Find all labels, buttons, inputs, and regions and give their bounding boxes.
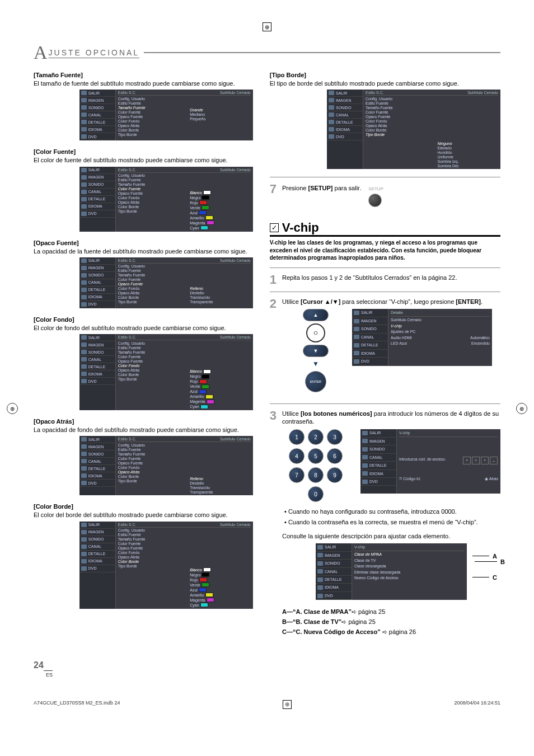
osd-sidebar: SALIRIMAGENSONIDOCANALDETALLEIDIOMADVD — [360, 429, 397, 494]
menu-icon — [317, 585, 323, 590]
osd-value: Translucido — [190, 486, 210, 490]
osd-row: Opaco Fuente — [118, 461, 179, 465]
osd-row: Opaco Fuente — [118, 282, 179, 287]
section-divider — [270, 403, 500, 404]
osd-sidebar-item: DVD — [79, 210, 115, 218]
color-swatch — [202, 374, 209, 379]
osd-value: Pequeño — [190, 117, 205, 121]
osd-main: Estilo S.C.Subtítulo CerradoConfig. Usua… — [116, 436, 253, 495]
osd-sidebar-item: DETALLE — [79, 465, 115, 472]
osd-sidebar: SALIRIMAGENSONIDOCANALDETALLEIDIOMADVD — [79, 522, 116, 609]
osd-header-left: Estilo S.C. — [118, 91, 137, 95]
osd-row: Tipo Borde — [366, 132, 427, 137]
callout-line — [472, 577, 489, 577]
reference-line: A—“A. Clase de MPAA”➪ página 25 — [282, 608, 500, 616]
osd-sidebar-label: DETALLE — [336, 120, 353, 124]
osd-sidebar-label: SONIDO — [325, 561, 340, 566]
osd-row: Tipo Borde — [118, 564, 179, 569]
osd-value: Relleno — [190, 287, 203, 290]
osd-sidebar-label: SALIR — [88, 438, 100, 442]
osd-label: Color Fuente — [118, 278, 140, 281]
osd-label: Estilo Fuente — [118, 533, 141, 537]
osd-sidebar-label: IDIOMA — [88, 295, 102, 299]
menu-icon — [362, 431, 368, 435]
osd-row: Tamaño Fuente — [118, 182, 179, 187]
osd-row: Opaco Atrás — [118, 123, 179, 128]
osd-row: Subtítulo Cerrado — [391, 317, 490, 323]
osd-row: Tamaño Fuente — [118, 350, 179, 354]
osd-row: Nuevo Código de Acceso — [354, 575, 465, 580]
menu-icon — [81, 212, 87, 216]
menu-icon — [81, 295, 87, 299]
osd-value: Destello — [190, 481, 204, 485]
color-swatch — [202, 572, 209, 577]
step-text: Utilice — [282, 410, 301, 417]
step-text: para seleccionar “V-chip”, luego presion… — [340, 298, 456, 305]
osd-sidebar-item: IDIOMA — [79, 558, 115, 565]
chevron-down-icon: ▼ — [312, 359, 319, 368]
osd-sidebar-label: DVD — [369, 479, 378, 484]
osd-sidebar-item: DVD — [79, 378, 115, 385]
osd-label: Tipo Borde — [366, 133, 385, 137]
page-number-value: 24 — [34, 660, 44, 670]
osd-label: Config. Usuario — [118, 264, 145, 268]
osd-row: Tipo Borde — [118, 300, 179, 304]
osd-label: Estilo Fuente — [366, 101, 388, 105]
osd-row: Color Fuente — [118, 278, 179, 282]
osd-row: Color Fuente — [366, 110, 427, 114]
osd-value: Amarillo — [190, 593, 204, 597]
menu-icon — [81, 452, 87, 456]
osd-value-row: Azul — [190, 389, 251, 394]
callout-line — [472, 556, 489, 556]
osd-row: Opaco Fuente — [366, 114, 427, 119]
osd-sidebar-label: CANAL — [88, 358, 101, 361]
osd-sidebar-label: DVD — [88, 379, 97, 383]
menu-icon — [354, 359, 359, 364]
osd-label: Tipo Borde — [118, 300, 137, 304]
section-title: [Color Borde] — [34, 503, 253, 510]
osd-label: Color Fuente — [118, 542, 140, 546]
osd-sidebar-item: CANAL — [360, 454, 396, 462]
menu-icon — [317, 553, 323, 557]
osd-prompt-row: Introduzca cód. de acceso.***– — [399, 457, 498, 465]
osd-value-row: Rojo — [190, 200, 251, 205]
osd-sidebar-item: SALIR — [79, 167, 115, 174]
section-desc: El tamaño de fuente del subtítulo mostra… — [34, 79, 253, 87]
osd-main: Estilo S.C.Subtítulo CerradoConfig. Usua… — [116, 522, 253, 609]
osd-label: Color Borde — [118, 560, 139, 564]
osd-value: Rojo — [190, 578, 198, 582]
ref-prefix: A— — [282, 608, 293, 615]
osd-sidebar: SALIRIMAGENSONIDOCANALDETALLEIDIOMADVD — [79, 334, 116, 410]
osd-row: Estilo Fuente — [118, 447, 179, 452]
osd-sidebar-item: DVD — [79, 565, 115, 572]
osd-footer-row: ⠿ Código Id.◉ Atrás — [399, 476, 498, 482]
ref-prefix: B— — [282, 618, 293, 625]
osd-sidebar: SALIRIMAGENSONIDOCANALDETALLEIDIOMADVD — [79, 167, 116, 232]
osd-sidebar-label: SONIDO — [361, 326, 377, 331]
osd-sidebar-label: SALIR — [325, 544, 336, 550]
numpad-button-6: 6 — [327, 448, 343, 464]
osd-label: Tipo Borde — [118, 377, 137, 381]
ref-page: página 25 — [346, 618, 375, 625]
osd-row: Tamaño Fuente — [118, 273, 179, 278]
osd-sidebar-label: CANAL — [88, 190, 101, 194]
osd-sidebar-item: SONIDO — [327, 104, 363, 111]
osd-sidebar-item: SONIDO — [79, 349, 115, 356]
osd-sidebar-label: SONIDO — [88, 537, 104, 541]
reference-line: B—“B. Clase de TV”➪ página 25 — [282, 618, 500, 626]
menu-icon — [81, 552, 87, 556]
callout-letter: C — [493, 574, 497, 582]
menu-icon — [362, 471, 368, 476]
checkbox-icon: ✓ — [270, 223, 279, 232]
menu-icon — [81, 379, 87, 383]
vchip-intro: V-chip lee las clases de los programas, … — [270, 239, 500, 262]
osd-row: Config. Usuario — [118, 341, 179, 345]
osd-value-row: Magenta — [190, 598, 251, 603]
osd-header-left: Estilo S.C. — [118, 523, 137, 527]
numpad-button-0: 0 — [308, 486, 324, 502]
osd-sidebar-label: DETALLE — [325, 577, 342, 582]
ref-title: “A. Clase de MPAA” — [293, 608, 352, 615]
osd-value: Azul — [190, 389, 198, 393]
menu-icon — [362, 480, 368, 484]
osd-sidebar-item: IMAGEN — [316, 552, 352, 560]
